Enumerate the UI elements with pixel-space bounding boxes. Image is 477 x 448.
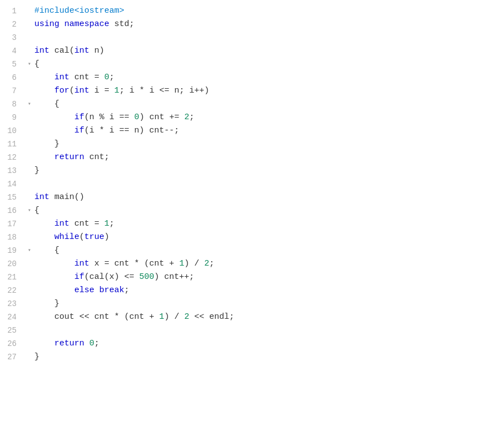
line-num-3: 3 <box>4 31 17 44</box>
line-num-10: 10 <box>4 124 17 138</box>
line-num-20: 20 <box>4 257 17 271</box>
line-num-16: 16 <box>4 204 17 217</box>
line-num-2: 2 <box>4 18 17 31</box>
line-12: return cnt; <box>28 151 477 164</box>
fold-19[interactable]: ▾ <box>28 244 33 257</box>
line-6: int cnt = 0; <box>28 71 477 84</box>
line-17: int cnt = 1; <box>28 217 477 231</box>
line-5: ▾{ <box>28 58 477 71</box>
line-num-8: 8 <box>4 98 17 111</box>
line-num-11: 11 <box>4 138 17 151</box>
line-num-15: 15 <box>4 191 17 204</box>
line-num-21: 21 <box>4 271 17 284</box>
line-num-19: 19 <box>4 244 17 257</box>
line-22: else break; <box>28 284 477 297</box>
line-26: return 0; <box>28 337 477 350</box>
line-10: if(i * i == n) cnt--; <box>28 124 477 138</box>
line-num-14: 14 <box>4 177 17 191</box>
code-content: #include<iostream> using namespace std; … <box>21 4 477 444</box>
line-num-5: 5 <box>4 58 17 71</box>
code-editor: 1 2 3 4 5 6 7 8 9 10 11 12 13 14 15 16 1… <box>0 0 477 448</box>
line-15: int main() <box>28 191 477 204</box>
line-13: } <box>28 164 477 177</box>
line-7: for(int i = 1; i * i <= n; i++) <box>28 84 477 98</box>
line-num-27: 27 <box>4 350 17 364</box>
line-num-23: 23 <box>4 297 17 310</box>
line-num-6: 6 <box>4 71 17 84</box>
line-21: if(cal(x) <= 500) cnt++; <box>28 271 477 284</box>
line-num-18: 18 <box>4 231 17 244</box>
line-1: #include<iostream> <box>28 4 477 18</box>
line-18: while(true) <box>28 231 477 244</box>
line-3 <box>28 31 477 44</box>
line-11: } <box>28 138 477 151</box>
fold-5[interactable]: ▾ <box>28 58 33 71</box>
line-2: using namespace std; <box>28 18 477 31</box>
line-num-1: 1 <box>4 4 17 18</box>
line-num-24: 24 <box>4 310 17 324</box>
line-num-7: 7 <box>4 84 17 98</box>
fold-16[interactable]: ▾ <box>28 204 33 217</box>
line-9: if(n % i == 0) cnt += 2; <box>28 111 477 124</box>
line-20: int x = cnt * (cnt + 1) / 2; <box>28 257 477 271</box>
line-numbers: 1 2 3 4 5 6 7 8 9 10 11 12 13 14 15 16 1… <box>0 4 21 444</box>
line-16: ▾{ <box>28 204 477 217</box>
line-num-4: 4 <box>4 44 17 58</box>
line-num-26: 26 <box>4 337 17 350</box>
line-24: cout << cnt * (cnt + 1) / 2 << endl; <box>28 310 477 324</box>
line-num-13: 13 <box>4 164 17 177</box>
line-num-22: 22 <box>4 284 17 297</box>
line-num-17: 17 <box>4 217 17 231</box>
line-4: int cal(int n) <box>28 44 477 58</box>
line-8: ▾ { <box>28 98 477 111</box>
line-25 <box>28 324 477 337</box>
line-num-9: 9 <box>4 111 17 124</box>
line-27: } <box>28 350 477 364</box>
line-19: ▾ { <box>28 244 477 257</box>
line-num-25: 25 <box>4 324 17 337</box>
line-num-12: 12 <box>4 151 17 164</box>
fold-8[interactable]: ▾ <box>28 98 33 111</box>
line-23: } <box>28 297 477 310</box>
line-14 <box>28 177 477 191</box>
